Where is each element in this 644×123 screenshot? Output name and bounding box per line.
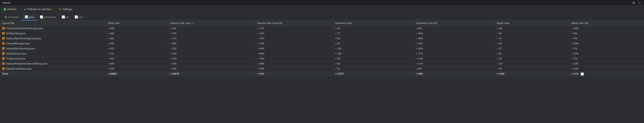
settings-button[interactable]: ⚙ Settings (57, 7, 74, 11)
minimize-btn[interactable]: — (638, 1, 642, 4)
pencil-icon-scl-pct-2: ✏ (257, 37, 259, 40)
app-title: Statistic (2, 1, 10, 4)
pencil-icon-comment-pct-1: ✏ (416, 32, 418, 35)
cell-total-0: ✏590 (106, 26, 168, 31)
cell-comment-pct-8: ✏8% (414, 66, 494, 71)
cell-comment-1: ✏77 (333, 31, 414, 36)
pencil-icon-scl-6: ✏ (170, 58, 172, 60)
cell-total-6: ✏412 (106, 56, 168, 61)
settings-title-btn[interactable]: ⚙ (632, 1, 636, 4)
refresh-icon: ⬤ (3, 8, 6, 11)
pencil-icon-scl-1: ✏ (170, 32, 172, 35)
refresh-on-selection-button[interactable]: ◉ Refresh on selection (22, 7, 54, 11)
col-header-comment[interactable]: Comment Lines (333, 21, 414, 26)
tab-txt-label: txt (66, 15, 69, 19)
toolbar: ⬤ Refresh ◉ Refresh on selection ⚙ Setti… (0, 6, 644, 13)
col-header-comment-pct[interactable]: Comment Lines [%] (414, 21, 494, 26)
cell-comment-pct-7: ✏11% (414, 61, 494, 66)
cell-scl-pct-3: ✏73% (255, 41, 333, 46)
java-file-icon-6 (2, 57, 5, 60)
pencil-icon-blank-pct-8: ✏ (572, 67, 573, 70)
cell-blank-0: ✏88 (495, 26, 570, 31)
cell-scl-pct-8: ✏78% (255, 66, 333, 71)
pencil-icon-comment-2: ✏ (335, 37, 337, 40)
pencil-icon-comment-pct-5: ✏ (416, 53, 418, 55)
cell-scl-0: ✏457 (168, 26, 255, 31)
pencil-icon-total-8: ✏ (108, 67, 110, 70)
file-name-2: AbstractRpcRemotingClient.java (6, 37, 41, 40)
refresh-on-selection-label: Refresh on selection (28, 8, 52, 11)
pencil-icon-blank-pct-4: ✏ (572, 47, 573, 50)
col-total-label: Total Lines (108, 22, 120, 25)
refresh-on-selection-icon: ◉ (24, 8, 27, 11)
table-header-row: Source File Total Lines Source Code Line… (0, 21, 644, 26)
file-name-5: GlobalSession.java (6, 52, 27, 55)
cell-scl-6: ✏314 (168, 56, 255, 61)
totals-scl: ✏19878 (168, 71, 255, 77)
cell-scl-pct-0: ✏77% (255, 26, 333, 31)
totals-scl-pct: ✏51% (255, 71, 333, 77)
tab-txt[interactable]: 📈 txt (59, 14, 72, 21)
cell-total-2: ✏502 (106, 36, 168, 41)
tab-java[interactable]: 📊 java (22, 14, 37, 21)
refresh-label: Refresh (8, 8, 17, 11)
cell-blank-5: ✏81 (495, 51, 570, 56)
cell-comment-pct-1: ✏16% (414, 31, 494, 36)
cell-scl-pct-1: ✏76% (255, 31, 333, 36)
cell-scl-4: ✏332 (168, 46, 255, 51)
tab-properties-label: properties (44, 15, 56, 19)
cell-scl-3: ✏363 (168, 41, 255, 46)
col-header-scl-pct[interactable]: Source Code Lines [%] (255, 21, 333, 26)
file-name-4: AbstractRpcRemoting.java (6, 47, 35, 50)
pencil-icon-comment-7: ✏ (335, 62, 337, 65)
totals-comment-pct: ✏38% (414, 71, 494, 77)
pencil-icon-totals-total: ✏ (108, 73, 110, 75)
table-row: TmRpcClient.java ✏412 ✏314 ✏76% ✏68 ✏17%… (0, 56, 644, 61)
col-source-label: Source File (2, 22, 14, 25)
tab-overview[interactable]: ▦ Overview (2, 14, 22, 21)
file-name-6: TmRpcClient.java (6, 57, 25, 60)
col-header-blank[interactable]: Blank Lines (495, 21, 570, 26)
pencil-icon-blank-pct-0: ✏ (572, 27, 573, 30)
title-bar-left: Statistic (2, 1, 10, 4)
pencil-icon-comment-pct-8: ✏ (416, 67, 418, 70)
cell-blank-pct-0: ✏15% (569, 26, 644, 31)
tab-xml-label: xml (79, 15, 83, 19)
col-header-scl[interactable]: Source Code Lines ▼ (168, 21, 255, 26)
table-totals-row: Total: ✏38800 ✏19878 ✏51% ✏14727 ✏38% ✏4… (0, 71, 644, 77)
tab-xml[interactable]: 📈 xml (72, 14, 86, 21)
java-file-icon-2 (2, 37, 5, 40)
pencil-icon-blank-7: ✏ (497, 62, 498, 65)
tabs-bar: ▦ Overview 📊 java 📈 properties 📈 txt 📈 x… (0, 13, 644, 21)
col-scl-label: Source Code Lines (170, 22, 191, 25)
col-header-source[interactable]: Source File (0, 21, 106, 26)
pencil-icon-totals-blank: ✏ (497, 73, 498, 75)
pencil-icon-total-2: ✏ (108, 37, 110, 40)
statistics-table: Source File Total Lines Source Code Line… (0, 21, 644, 77)
refresh-button[interactable]: ⬤ Refresh (2, 7, 18, 11)
col-header-blank-pct[interactable]: Blank Lines [%] (569, 21, 644, 26)
cell-file-2: AbstractRpcRemotingClient.java (0, 36, 106, 41)
table-wrapper: Source File Total Lines Source Code Line… (0, 21, 644, 77)
cell-blank-1: ✏40 (495, 31, 570, 36)
tab-properties[interactable]: 📈 properties (37, 14, 59, 21)
pencil-icon-blank-pct-6: ✏ (572, 58, 573, 60)
cell-blank-7: ✏107 (495, 61, 570, 66)
java-file-icon-0 (2, 27, 5, 30)
pencil-icon-comment-3: ✏ (335, 42, 337, 45)
cell-blank-8: ✏53 (495, 66, 570, 71)
cell-scl-pct-7: ✏66% (255, 61, 333, 66)
cell-total-8: ✏376 (106, 66, 168, 71)
file-name-7: AbstractPreparedStatementProxy.java (6, 62, 47, 65)
col-header-total[interactable]: Total Lines (106, 21, 168, 26)
cell-total-3: ✏494 (106, 41, 168, 46)
cell-file-6: TmRpcClient.java (0, 56, 106, 61)
pencil-icon-scl-pct-3: ✏ (257, 42, 259, 45)
cell-total-1: ✏496 (106, 31, 168, 36)
col-comment-label: Comment Lines (335, 22, 352, 25)
pencil-icon-blank-pct-1: ✏ (572, 32, 573, 35)
tab-xml-icon: 📈 (74, 15, 78, 19)
pencil-icon-comment-1: ✏ (335, 32, 337, 35)
cell-comment-pct-2: ✏19% (414, 36, 494, 41)
java-file-icon-8 (2, 67, 5, 70)
